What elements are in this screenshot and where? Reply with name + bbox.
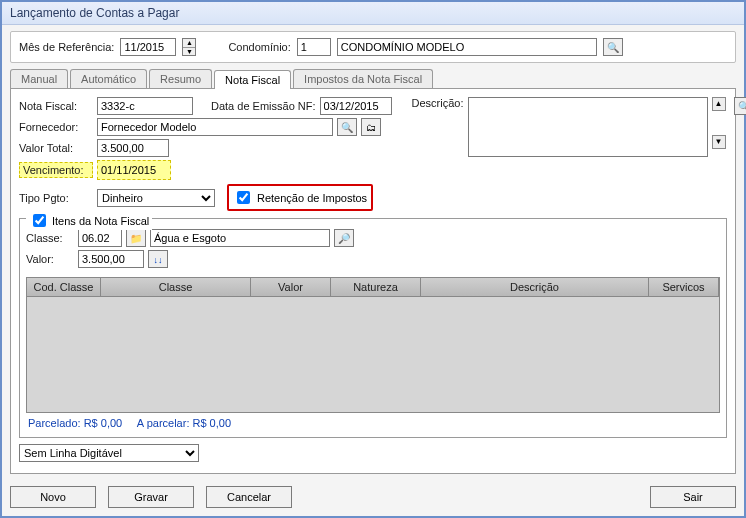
tab-body-nota-fiscal: Nota Fiscal: Data de Emissão NF: Fornece… (10, 89, 736, 474)
valor-total-input[interactable] (97, 139, 169, 157)
grid-col-natureza[interactable]: Natureza (331, 278, 421, 296)
spinner-down-icon[interactable]: ▼ (183, 48, 195, 56)
aparcelar-label: A parcelar: R$ 0,00 (137, 417, 231, 429)
folder-icon (130, 232, 142, 244)
tipo-pgto-select[interactable]: Dinheiro (97, 189, 215, 207)
vencimento-label: Vencimento: (19, 162, 93, 178)
button-bar: Novo Gravar Cancelar Sair (10, 486, 736, 508)
classe-name-input[interactable] (150, 229, 330, 247)
grid-col-cod[interactable]: Cod. Classe (27, 278, 101, 296)
itens-fieldset: Itens da Nota Fiscal Classe: Valor: Cod.… (19, 218, 727, 438)
grid-body (27, 297, 719, 412)
condominio-name-input[interactable] (337, 38, 597, 56)
fornecedor-input[interactable] (97, 118, 333, 136)
item-add-button[interactable] (148, 250, 168, 268)
sair-button[interactable]: Sair (650, 486, 736, 508)
tab-resumo[interactable]: Resumo (149, 69, 212, 88)
item-valor-input[interactable] (78, 250, 144, 268)
mes-referencia-label: Mês de Referência: (19, 41, 114, 53)
parcelamento-status: Parcelado: R$ 0,00 A parcelar: R$ 0,00 (26, 413, 720, 433)
grid-col-classe[interactable]: Classe (101, 278, 251, 296)
retencao-highlight: Retenção de Impostos (227, 184, 373, 211)
window-title: Lançamento de Contas a Pagar (2, 2, 744, 25)
itens-legend-label: Itens da Nota Fiscal (52, 215, 149, 227)
vencimento-input[interactable] (98, 161, 170, 179)
descricao-label: Descrição: (412, 97, 464, 109)
window-frame: Lançamento de Contas a Pagar Mês de Refe… (0, 0, 746, 518)
data-emissao-label: Data de Emissão NF: (211, 100, 316, 112)
fornecedor-label: Fornecedor: (19, 121, 93, 133)
condominio-search-button[interactable] (603, 38, 623, 56)
parcelado-label: Parcelado: R$ 0,00 (28, 417, 122, 429)
linha-digitavel-select[interactable]: Sem Linha Digitável (19, 444, 199, 462)
valor-total-label: Valor Total: (19, 142, 93, 154)
spinner-up-icon[interactable]: ▲ (183, 39, 195, 48)
grid-col-servicos[interactable]: Servicos (649, 278, 719, 296)
tab-strip: Manual Automático Resumo Nota Fiscal Imp… (10, 69, 736, 89)
itens-legend: Itens da Nota Fiscal (26, 211, 152, 230)
nota-fiscal-label: Nota Fiscal: (19, 100, 93, 112)
add-arrows-icon (154, 253, 163, 265)
tab-automatico[interactable]: Automático (70, 69, 147, 88)
item-valor-label: Valor: (26, 253, 74, 265)
descricao-search-button[interactable] (734, 97, 746, 115)
classe-code-input[interactable] (78, 229, 122, 247)
grid-col-valor[interactable]: Valor (251, 278, 331, 296)
classe-label: Classe: (26, 232, 74, 244)
card-icon (366, 121, 376, 133)
data-emissao-input[interactable] (320, 97, 392, 115)
filter-bar: Mês de Referência: ▲ ▼ Condomínio: (10, 31, 736, 63)
cancelar-button[interactable]: Cancelar (206, 486, 292, 508)
retencao-checkbox[interactable] (237, 191, 250, 204)
descricao-textarea[interactable] (468, 97, 708, 157)
gravar-button[interactable]: Gravar (108, 486, 194, 508)
binoculars-icon (607, 41, 619, 53)
condominio-code-input[interactable] (297, 38, 331, 56)
mes-referencia-input[interactable] (120, 38, 176, 56)
condominio-label: Condomínio: (228, 41, 290, 53)
tipo-pgto-label: Tipo Pgto: (19, 192, 93, 204)
itens-grid[interactable]: Cod. Classe Classe Valor Natureza Descri… (26, 277, 720, 413)
binoculars-icon (341, 121, 353, 133)
novo-button[interactable]: Novo (10, 486, 96, 508)
binoculars-icon (738, 100, 746, 112)
fornecedor-card-button[interactable] (361, 118, 381, 136)
grid-col-descricao[interactable]: Descrição (421, 278, 649, 296)
classe-folder-button[interactable] (126, 229, 146, 247)
retencao-label: Retenção de Impostos (257, 192, 367, 204)
grid-header: Cod. Classe Classe Valor Natureza Descri… (27, 278, 719, 297)
fornecedor-search-button[interactable] (337, 118, 357, 136)
magnifier-icon (338, 232, 350, 244)
tab-nota-fiscal[interactable]: Nota Fiscal (214, 70, 291, 89)
tab-impostos[interactable]: Impostos da Nota Fiscal (293, 69, 433, 88)
nota-fiscal-input[interactable] (97, 97, 193, 115)
descricao-scroll-up[interactable]: ▲ (712, 97, 726, 111)
mes-referencia-spinner[interactable]: ▲ ▼ (182, 38, 196, 56)
itens-checkbox[interactable] (33, 214, 46, 227)
classe-search-button[interactable] (334, 229, 354, 247)
tab-manual[interactable]: Manual (10, 69, 68, 88)
descricao-scroll-down[interactable]: ▼ (712, 135, 726, 149)
